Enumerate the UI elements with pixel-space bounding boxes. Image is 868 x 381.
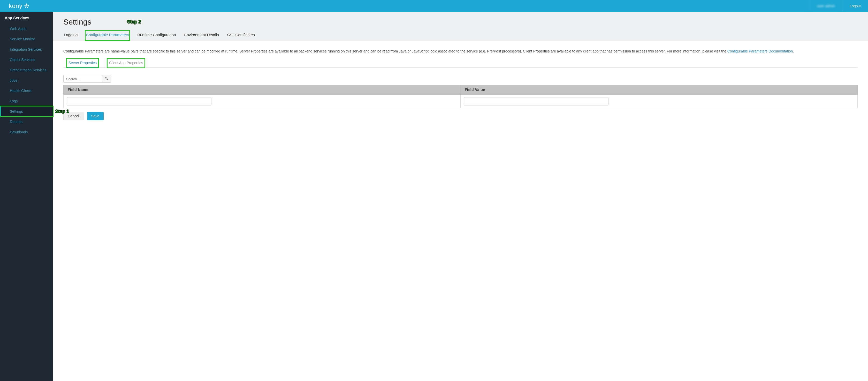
page-title: Settings <box>63 18 858 26</box>
logout-link[interactable]: Logout <box>842 0 868 12</box>
tab-ssl-certificates[interactable]: SSL Certificates <box>227 31 255 40</box>
tab-logging[interactable]: Logging <box>63 31 78 40</box>
svg-point-1 <box>26 3 27 5</box>
search-input[interactable] <box>63 75 102 83</box>
svg-point-2 <box>27 4 29 6</box>
properties-table: Field Name Field Value <box>63 85 858 108</box>
cancel-button[interactable]: Cancel <box>63 112 84 120</box>
header-right: user admin Logout <box>810 0 868 12</box>
tab-environment-details[interactable]: Environment Details <box>184 31 219 40</box>
svg-point-3 <box>27 6 29 8</box>
tab-row: LoggingConfigurable ParametersRuntime Co… <box>63 31 858 40</box>
header-bar: kony user admin Logout <box>0 0 868 12</box>
description-pre: Configurable Parameters are name-value p… <box>63 49 727 53</box>
search-icon <box>105 77 108 81</box>
page-head: Settings LoggingConfigurable ParametersR… <box>53 12 868 41</box>
search-button[interactable] <box>102 75 111 83</box>
svg-line-7 <box>107 79 108 80</box>
sidebar-item-logs[interactable]: Logs <box>0 96 53 106</box>
sidebar-item-object-services[interactable]: Object Services <box>0 55 53 65</box>
search-row <box>63 75 858 83</box>
brand-text: kony <box>9 2 23 9</box>
field-value-input[interactable] <box>464 97 609 105</box>
subtab-client-app-properties[interactable]: Client App Properties <box>107 59 145 67</box>
sidebar-title: App Services <box>0 12 53 24</box>
table-row <box>64 95 858 108</box>
svg-point-6 <box>105 77 107 80</box>
sidebar: App Services Web AppsService MonitorInte… <box>0 12 53 381</box>
sidebar-item-integration-services[interactable]: Integration Services <box>0 44 53 55</box>
description-doc-link[interactable]: Configurable Parameters Documentation. <box>727 49 794 53</box>
sidebar-item-jobs[interactable]: Jobs <box>0 75 53 86</box>
content-inner: Configurable Parameters are name-value p… <box>53 41 868 128</box>
sidebar-item-web-apps[interactable]: Web Apps <box>0 24 53 34</box>
sidebar-item-reports[interactable]: Reports <box>0 117 53 127</box>
field-name-input[interactable] <box>67 97 212 105</box>
svg-point-5 <box>24 4 26 6</box>
subtab-server-properties[interactable]: Server Properties <box>67 59 98 67</box>
header-user[interactable]: user admin <box>810 0 842 12</box>
sidebar-item-orchestration-services[interactable]: Orchestration Services <box>0 65 53 75</box>
svg-point-0 <box>26 5 27 6</box>
tab-configurable-parameters[interactable]: Configurable Parameters <box>85 31 129 40</box>
logo-area: kony <box>0 2 29 9</box>
tab-runtime-configuration[interactable]: Runtime Configuration <box>137 31 176 40</box>
sidebar-item-downloads[interactable]: Downloads <box>0 127 53 137</box>
sidebar-item-service-monitor[interactable]: Service Monitor <box>0 34 53 44</box>
sidebar-item-health-check[interactable]: Health Check <box>0 86 53 96</box>
col-field-name: Field Name <box>64 85 461 95</box>
brand-flower-icon <box>24 3 29 9</box>
main-area: Settings LoggingConfigurable ParametersR… <box>53 12 868 381</box>
col-field-value: Field Value <box>461 85 858 95</box>
svg-point-4 <box>24 6 26 8</box>
save-button[interactable]: Save <box>87 112 104 120</box>
sidebar-item-settings[interactable]: Settings <box>0 106 53 117</box>
subtab-row: Server PropertiesClient App Properties <box>63 59 858 68</box>
description-text: Configurable Parameters are name-value p… <box>63 49 858 54</box>
button-row: Cancel Save <box>63 112 858 120</box>
